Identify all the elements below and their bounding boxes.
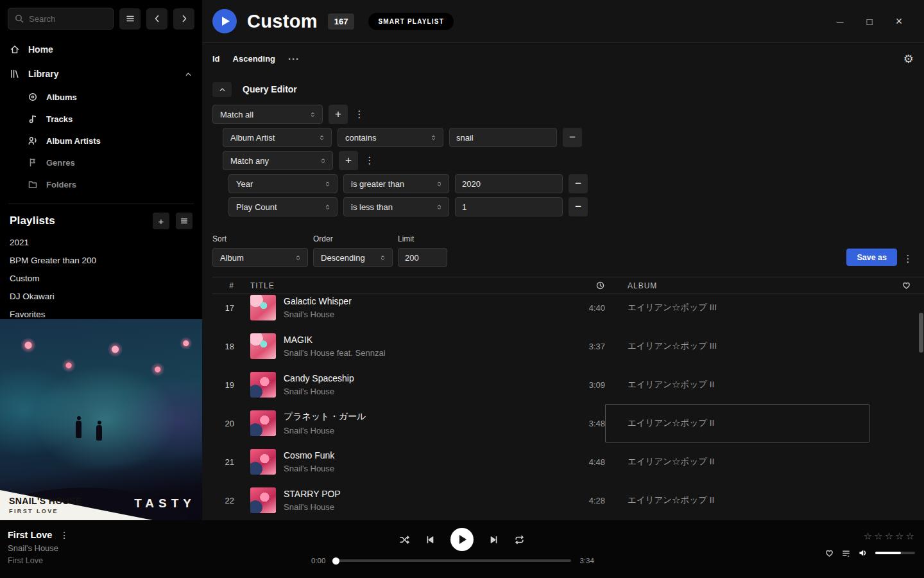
rule-value-input[interactable]	[449, 128, 557, 147]
save-menu-button[interactable]: ⋮	[902, 253, 914, 265]
sidebar-item-album-artists[interactable]: Album Artists	[0, 130, 202, 152]
add-playlist-button[interactable]: +	[153, 213, 169, 229]
track-artist[interactable]: Snail's House	[284, 426, 366, 435]
track-album[interactable]: エイリアン☆ポップ III	[605, 294, 889, 327]
track-artist[interactable]: Snail's House	[284, 464, 334, 473]
sort-order-button[interactable]: Ascending	[233, 54, 275, 64]
track-title[interactable]: Candy Spaceship	[284, 373, 354, 383]
scrollbar-thumb[interactable]	[919, 313, 923, 353]
track-title[interactable]: STARRY POP	[284, 489, 341, 499]
add-rule-button[interactable]: +	[329, 105, 348, 124]
track-title[interactable]: Cosmo Funk	[284, 450, 334, 460]
nav-forward-button[interactable]	[173, 8, 194, 30]
playlist-options-button[interactable]	[176, 213, 193, 229]
sidebar-item-folders[interactable]: Folders	[0, 173, 202, 195]
column-header-favorite[interactable]	[889, 281, 924, 290]
window-maximize-button[interactable]: □	[855, 12, 884, 31]
rule-field-select[interactable]: Album Artist	[223, 128, 332, 147]
remove-rule-button[interactable]: −	[569, 174, 588, 193]
previous-track-button[interactable]	[425, 534, 436, 545]
track-album-selected-cell[interactable]: エイリアン☆ポップ II	[605, 404, 869, 442]
seek-slider-handle[interactable]	[332, 557, 339, 565]
remove-rule-button[interactable]: −	[569, 197, 588, 216]
sort-field-button[interactable]: Id	[212, 54, 220, 64]
more-options-button[interactable]: ···	[288, 53, 300, 64]
track-artist[interactable]: Snail's House	[284, 310, 352, 319]
column-header-duration[interactable]	[560, 281, 605, 290]
next-track-button[interactable]	[488, 534, 499, 545]
track-album[interactable]: エイリアン☆ポップ II	[605, 365, 889, 404]
settings-gear-icon[interactable]: ⚙	[903, 53, 914, 65]
column-header-album[interactable]: ALBUM	[605, 281, 889, 290]
table-row[interactable]: 19 Candy Spaceship Snail's House 3:09 エイ…	[212, 365, 924, 404]
table-row[interactable]: 20 プラネット・ガール Snail's House 3:48 エイリアン☆ポッ…	[212, 404, 924, 442]
menu-button[interactable]	[119, 8, 141, 30]
rule-group-menu-button[interactable]: ⋮	[354, 109, 365, 120]
star-icon[interactable]: ☆	[905, 530, 915, 542]
now-playing-title[interactable]: First Love	[8, 530, 52, 540]
sidebar-item-albums[interactable]: Albums	[0, 86, 202, 108]
track-album[interactable]: エイリアン☆ポップ II	[605, 481, 889, 520]
column-header-title[interactable]: TITLE	[239, 281, 560, 290]
seek-slider[interactable]	[334, 559, 571, 562]
playlist-item[interactable]: BPM Greater than 200	[0, 252, 202, 270]
now-playing-album[interactable]: First Love	[8, 556, 69, 565]
rule-operator-select[interactable]: is less than	[343, 197, 449, 216]
window-close-button[interactable]: ×	[884, 12, 914, 31]
repeat-button[interactable]	[514, 534, 525, 545]
rule-field-select[interactable]: Play Count	[228, 197, 338, 216]
star-icon[interactable]: ☆	[884, 530, 894, 542]
save-as-button[interactable]: Save as	[846, 249, 897, 266]
track-artist[interactable]: Snail's House	[284, 502, 341, 512]
volume-button[interactable]	[858, 548, 868, 558]
track-album[interactable]: エイリアン☆ポップ III	[605, 327, 889, 365]
track-title[interactable]: Galactic Whisper	[284, 296, 352, 306]
sort-select[interactable]: Album	[212, 248, 308, 267]
playlist-play-button[interactable]	[212, 9, 237, 33]
order-select[interactable]: Descending	[313, 248, 393, 267]
column-header-index[interactable]: #	[212, 281, 239, 290]
track-album[interactable]: エイリアン☆ポップ II	[605, 442, 889, 481]
star-icon[interactable]: ☆	[873, 530, 883, 542]
play-pause-button[interactable]	[450, 528, 474, 551]
rule-value-input[interactable]	[455, 197, 563, 216]
rule-field-select[interactable]: Year	[228, 174, 338, 193]
playlist-item[interactable]: Custom	[0, 270, 202, 288]
sidebar-item-library[interactable]: Library	[0, 62, 202, 86]
search-input[interactable]	[8, 8, 114, 30]
shuffle-button[interactable]	[399, 534, 410, 545]
nav-back-button[interactable]	[146, 8, 167, 30]
rule-operator-select[interactable]: is greater than	[343, 174, 449, 193]
queue-button[interactable]	[841, 548, 851, 558]
rule-operator-select[interactable]: contains	[338, 128, 443, 147]
add-group-rule-button[interactable]: +	[339, 151, 358, 170]
star-icon[interactable]: ☆	[894, 530, 904, 542]
table-row[interactable]: 22 STARRY POP Snail's House 4:28 エイリアン☆ポ…	[212, 481, 924, 520]
now-playing-artist[interactable]: Snail's House	[8, 543, 69, 553]
chevron-up-icon[interactable]	[184, 70, 193, 78]
playlist-item[interactable]: 2021	[0, 234, 202, 252]
now-playing-menu-button[interactable]: ⋮	[60, 530, 69, 540]
playlist-item[interactable]: DJ Okawari	[0, 288, 202, 306]
table-row[interactable]: 17 Galactic Whisper Snail's House 4:40 エ…	[212, 294, 924, 327]
sidebar-item-home[interactable]: Home	[0, 37, 202, 62]
track-title[interactable]: プラネット・ガール	[284, 411, 366, 423]
group-menu-button[interactable]: ⋮	[364, 155, 375, 166]
volume-slider[interactable]	[875, 552, 915, 554]
table-row[interactable]: 21 Cosmo Funk Snail's House 4:48 エイリアン☆ポ…	[212, 442, 924, 481]
group-match-type-select[interactable]: Match any	[223, 151, 333, 170]
match-type-select[interactable]: Match all	[212, 105, 323, 124]
track-artist[interactable]: Snail's House	[284, 387, 354, 396]
window-minimize-button[interactable]: ─	[825, 12, 855, 31]
rule-value-input[interactable]	[455, 174, 563, 193]
limit-input[interactable]	[398, 248, 447, 267]
search-input-field[interactable]	[29, 14, 107, 24]
collapse-query-editor-button[interactable]	[212, 82, 232, 97]
sidebar-item-tracks[interactable]: Tracks	[0, 108, 202, 130]
track-artist[interactable]: Snail's House feat. Sennzai	[284, 348, 386, 358]
track-title[interactable]: MAGIK	[284, 335, 386, 345]
favorite-button[interactable]	[825, 548, 834, 558]
remove-rule-button[interactable]: −	[563, 128, 582, 147]
sidebar-item-genres[interactable]: Genres	[0, 152, 202, 173]
star-icon[interactable]: ☆	[863, 530, 873, 542]
